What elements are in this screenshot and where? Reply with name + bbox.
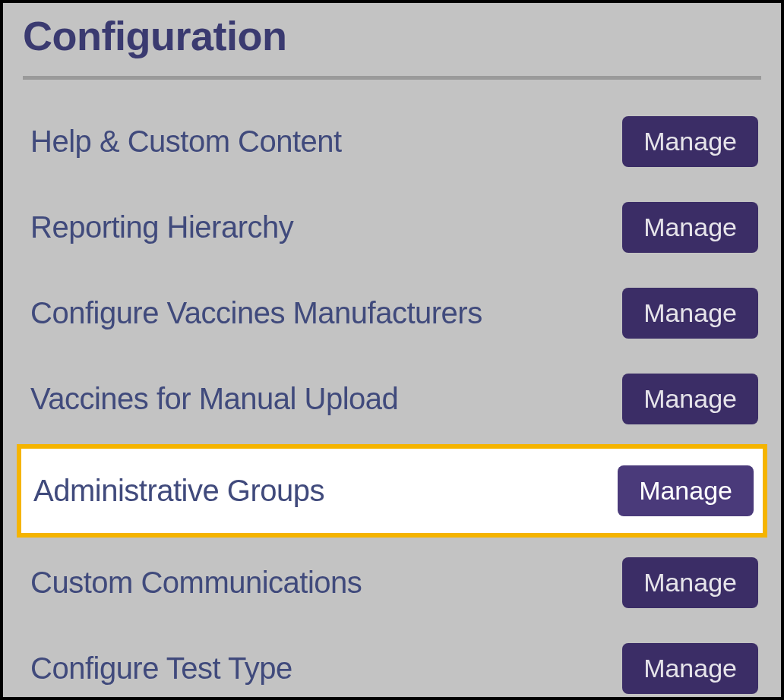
page-title: Configuration: [23, 12, 761, 59]
config-row-configure-vaccines-manufacturers: Configure Vaccines Manufacturers Manage: [23, 286, 761, 340]
config-label: Reporting Hierarchy: [30, 210, 293, 244]
manage-button-configure-vaccines-manufacturers[interactable]: Manage: [622, 288, 758, 339]
config-row-administrative-groups: Administrative Groups Manage: [17, 444, 767, 538]
manage-button-vaccines-manual-upload[interactable]: Manage: [622, 374, 758, 424]
config-label: Configure Vaccines Manufacturers: [30, 296, 482, 330]
manage-button-help-custom-content[interactable]: Manage: [622, 116, 758, 167]
config-row-vaccines-manual-upload: Vaccines for Manual Upload Manage: [23, 372, 761, 426]
config-label: Administrative Groups: [33, 474, 324, 508]
manage-button-administrative-groups[interactable]: Manage: [618, 465, 754, 516]
manage-button-custom-communications[interactable]: Manage: [622, 557, 758, 608]
config-label: Vaccines for Manual Upload: [30, 382, 398, 416]
configuration-panel: Configuration Help & Custom Content Mana…: [0, 0, 784, 700]
config-row-reporting-hierarchy: Reporting Hierarchy Manage: [23, 200, 761, 254]
config-label: Custom Communications: [30, 566, 362, 600]
manage-button-configure-test-type[interactable]: Manage: [622, 643, 758, 694]
config-row-custom-communications: Custom Communications Manage: [23, 556, 761, 610]
manage-button-reporting-hierarchy[interactable]: Manage: [622, 202, 758, 253]
config-row-configure-test-type: Configure Test Type Manage: [23, 642, 761, 695]
config-label: Configure Test Type: [30, 651, 292, 686]
config-list: Help & Custom Content Manage Reporting H…: [23, 115, 761, 695]
config-row-help-custom-content: Help & Custom Content Manage: [23, 115, 761, 169]
config-label: Help & Custom Content: [30, 125, 342, 159]
divider: [23, 76, 761, 80]
